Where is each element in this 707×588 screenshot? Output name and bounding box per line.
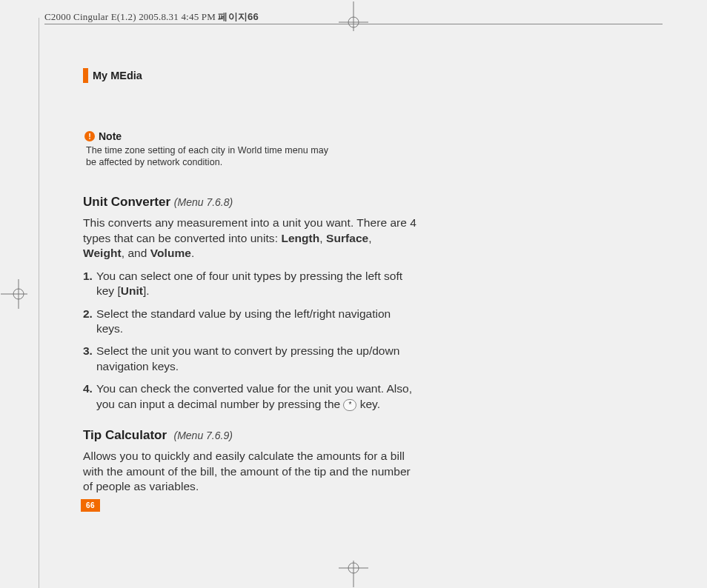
note-head: ! Note [84,130,416,142]
note-block: ! Note The time zone setting of each cit… [83,130,416,168]
type-volume: Volume [150,247,191,259]
sep3: , and [122,247,150,259]
list-item: 1. You can select one of four unit types… [83,269,416,299]
step-number: 1. [83,269,93,284]
unit-converter-menuref: (Menu 7.6.8) [174,196,233,208]
step-text-pre: Select the standard value by using the l… [96,307,391,335]
tip-calculator-body: Allows you to quickly and easily calcula… [83,449,416,494]
header-page-in-header: 66 [248,11,259,22]
registration-mark-top-icon [339,1,368,31]
tip-calculator-menuref: (Menu 7.6.9) [174,430,233,441]
unit-converter-heading: Unit Converter (Menu 7.6.8) [83,195,416,210]
list-item: 4. You can check the converted value for… [83,381,416,412]
star-key-icon: * [343,399,356,411]
section-title: My MEdia [93,70,142,81]
step-bold: Unit [121,284,143,297]
intro-suffix: . [191,247,194,259]
list-item: 3. Select the unit you want to convert b… [83,344,416,374]
registration-mark-left-icon [1,279,27,309]
note-label: Note [99,130,122,142]
section-tab-icon [83,68,88,83]
header-korean-word: 페이지 [218,11,248,22]
tip-calculator-heading: Tip Calculator (Menu 7.6.9) [83,428,416,443]
page-number: 66 [81,499,100,512]
header-file-label: C2000 Cingular E(1.2) 2005.8.31 4:45 PM … [44,11,259,22]
sep1: , [319,232,326,244]
tip-calculator-title: Tip Calculator [83,428,167,442]
unit-converter-intro: This converts any measurement into a uni… [83,216,416,261]
note-body: The time zone setting of each city in Wo… [86,145,338,168]
step-number: 3. [83,344,93,358]
sep2: , [368,232,371,244]
type-weight: Weight [83,247,122,259]
step-text-post: ]. [143,284,150,297]
step-text-post: key. [356,398,380,410]
type-length: Length [281,232,319,244]
header-file-text: C2000 Cingular E(1.2) 2005.8.31 4:45 PM [44,11,216,22]
unit-converter-steps: 1. You can select one of four unit types… [83,269,416,412]
page-content: My MEdia ! Note The time zone setting of… [83,68,416,502]
step-number: 4. [83,381,93,396]
note-alert-icon: ! [84,131,95,141]
step-text-pre: Select the unit you want to convert by p… [96,344,399,372]
type-surface: Surface [326,232,368,244]
page-fold-line [39,18,39,588]
step-number: 2. [83,307,93,321]
unit-converter-title: Unit Converter [83,195,170,209]
registration-mark-bottom-icon [339,561,368,587]
list-item: 2. Select the standard value by using th… [83,307,416,337]
section-title-row: My MEdia [83,68,416,83]
